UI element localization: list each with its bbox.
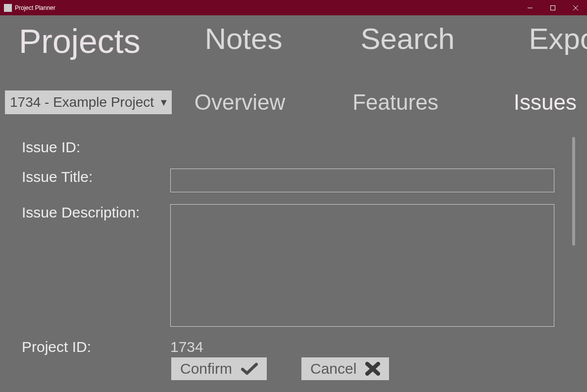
window-title: Project Planner: [15, 4, 55, 11]
window-minimize-button[interactable]: [519, 0, 541, 15]
sub-tabs: Overview Features Issues: [172, 91, 577, 113]
vertical-scrollbar[interactable]: [572, 137, 575, 246]
tab-search[interactable]: Search: [360, 24, 454, 54]
project-subnav: 1734 - Example Project ▼ Overview Featur…: [2, 90, 585, 114]
window-close-button[interactable]: [564, 0, 587, 15]
project-id-value: 1734: [170, 339, 203, 355]
cancel-button-label: Cancel: [310, 360, 356, 377]
subtab-issues[interactable]: Issues: [514, 91, 577, 113]
tab-export[interactable]: Export: [529, 24, 587, 54]
main-tabs: Projects Notes Search Export: [2, 24, 585, 58]
issue-id-label: Issue ID:: [22, 139, 170, 156]
chevron-down-icon: ▼: [159, 97, 169, 108]
cancel-button[interactable]: Cancel: [301, 357, 389, 380]
action-buttons: Confirm Cancel: [171, 357, 389, 380]
app-icon: [4, 4, 12, 12]
close-icon: [365, 362, 380, 376]
project-select[interactable]: 1734 - Example Project ▼: [5, 90, 172, 114]
issue-form: Issue ID: Issue Title: Issue Description…: [22, 139, 561, 355]
issue-title-input[interactable]: [170, 169, 554, 192]
issue-description-input[interactable]: [170, 204, 554, 327]
project-select-label: 1734 - Example Project: [10, 94, 154, 110]
issue-title-label: Issue Title:: [22, 169, 170, 185]
tab-notes[interactable]: Notes: [205, 24, 283, 54]
confirm-button-label: Confirm: [180, 360, 232, 377]
window-maximize-button[interactable]: [541, 0, 564, 15]
confirm-button[interactable]: Confirm: [171, 357, 267, 380]
content-panel: Projects Notes Search Export 1734 - Exam…: [2, 15, 585, 390]
subtab-overview[interactable]: Overview: [195, 91, 285, 113]
svg-rect-1: [551, 5, 555, 10]
issue-description-label: Issue Description:: [22, 204, 170, 221]
tab-projects[interactable]: Projects: [19, 24, 141, 58]
subtab-features[interactable]: Features: [352, 91, 439, 113]
client-area: Projects Notes Search Export 1734 - Exam…: [0, 15, 587, 392]
project-id-label: Project ID:: [22, 339, 170, 355]
check-icon: [241, 362, 258, 375]
titlebar: Project Planner: [0, 0, 587, 15]
